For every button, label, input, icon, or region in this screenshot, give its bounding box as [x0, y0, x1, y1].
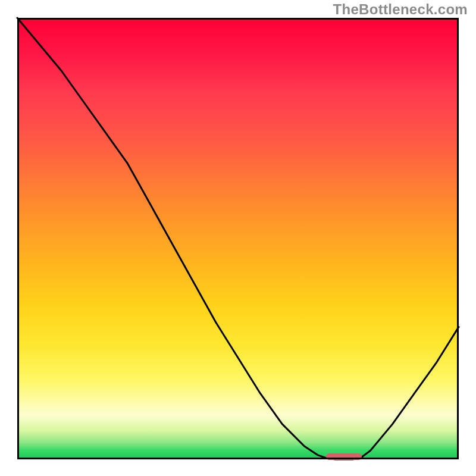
chart-container: TheBottleneck.com	[0, 0, 476, 476]
bottleneck-curve-path	[17, 18, 459, 459]
watermark-text: TheBottleneck.com	[333, 1, 468, 18]
optimal-range-marker	[326, 453, 361, 460]
bottleneck-curve-svg	[17, 18, 459, 459]
plot-area	[17, 18, 459, 459]
